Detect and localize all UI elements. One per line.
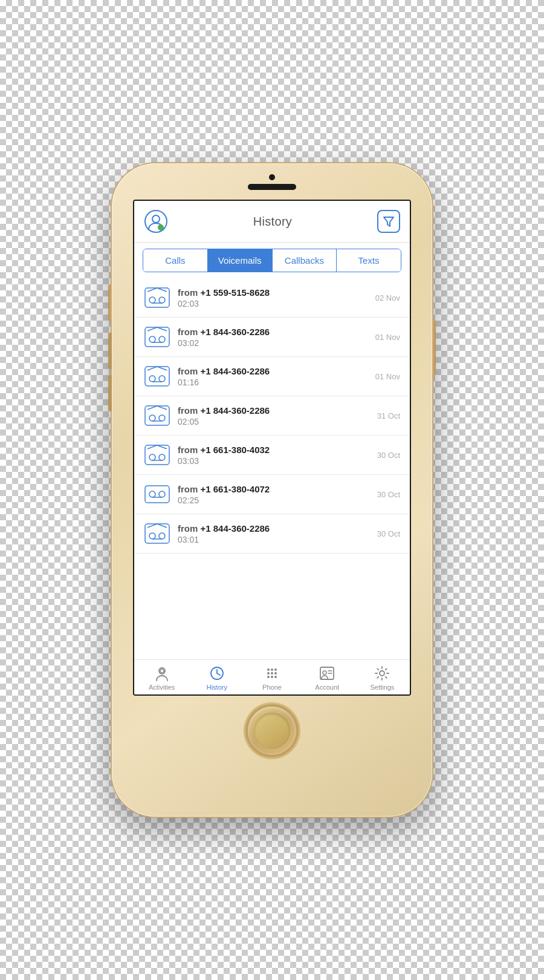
nav-label-settings: Settings [371, 684, 395, 691]
voicemail-duration: 02:05 [178, 417, 370, 426]
svg-point-18 [159, 415, 165, 421]
voicemail-duration: 02:25 [178, 495, 370, 505]
user-avatar-icon [144, 209, 168, 234]
svg-point-30 [159, 533, 165, 539]
page-title: History [253, 215, 292, 229]
svg-point-50 [380, 671, 384, 676]
svg-point-40 [267, 672, 270, 675]
svg-point-41 [271, 672, 273, 675]
voicemail-info: from +1 844-360-2286 03:01 [178, 523, 370, 544]
voicemail-date: 01 Nov [375, 333, 400, 342]
svg-point-13 [149, 376, 155, 382]
voicemail-info: from +1 661-380-4032 03:03 [178, 445, 370, 466]
voicemail-item[interactable]: from +1 844-360-2286 03:01 30 Oct [134, 514, 410, 554]
svg-point-9 [149, 336, 155, 342]
svg-point-29 [149, 533, 155, 539]
voicemail-date: 31 Oct [377, 411, 400, 420]
voicemail-icon [144, 287, 170, 309]
voicemail-date: 30 Oct [377, 490, 400, 499]
nav-item-phone[interactable]: Phone [244, 665, 299, 691]
voicemail-list: from +1 559-515-8628 02:03 02 Nov [134, 278, 410, 659]
tab-voicemails[interactable]: Voicemails [208, 249, 273, 272]
svg-point-38 [271, 668, 273, 671]
svg-point-14 [159, 376, 165, 382]
camera-dot [269, 174, 275, 180]
voicemail-info: from +1 844-360-2286 03:02 [178, 327, 368, 348]
voicemail-icon [144, 326, 170, 348]
voicemail-item[interactable]: from +1 844-360-2286 02:05 31 Oct [134, 396, 410, 436]
nav-item-activities[interactable]: Activities [134, 665, 189, 691]
svg-line-36 [217, 673, 220, 675]
svg-point-1 [152, 215, 160, 223]
voicemail-from: from +1 844-360-2286 [178, 366, 368, 376]
voicemail-icon [144, 444, 170, 466]
svg-point-42 [274, 672, 277, 675]
phone-top [112, 163, 432, 190]
filter-button[interactable] [377, 210, 400, 233]
voicemail-from: from +1 844-360-2286 [178, 523, 370, 534]
voicemail-item[interactable]: from +1 844-360-2286 03:02 01 Nov [134, 318, 410, 357]
nav-label-activities: Activities [149, 684, 175, 691]
voicemail-info: from +1 844-360-2286 02:05 [178, 405, 370, 426]
voicemail-duration: 03:02 [178, 338, 368, 348]
svg-point-33 [160, 669, 164, 673]
svg-point-17 [149, 415, 155, 421]
svg-marker-3 [384, 217, 393, 226]
svg-point-10 [159, 336, 165, 342]
voicemail-icon [144, 365, 170, 387]
voicemail-item[interactable]: from +1 559-515-8628 02:03 02 Nov [134, 278, 410, 318]
voicemail-from: from +1 844-360-2286 [178, 405, 370, 416]
svg-rect-24 [145, 486, 169, 503]
svg-point-6 [159, 297, 165, 303]
tab-calls[interactable]: Calls [143, 249, 208, 272]
voicemail-duration: 03:01 [178, 535, 370, 544]
svg-point-43 [267, 676, 270, 678]
voicemail-date: 01 Nov [375, 372, 400, 381]
voicemail-duration: 02:03 [178, 299, 368, 309]
nav-label-phone: Phone [262, 684, 282, 691]
svg-point-45 [274, 676, 277, 678]
svg-point-21 [149, 454, 155, 460]
voicemail-from: from +1 844-360-2286 [178, 327, 368, 337]
voicemail-icon [144, 523, 170, 544]
svg-point-37 [267, 668, 270, 671]
voicemail-from: from +1 661-380-4032 [178, 445, 370, 455]
svg-point-44 [271, 676, 273, 678]
svg-point-47 [323, 671, 326, 675]
phone-frame: History Calls Voicemails Callbacks Texts [112, 163, 432, 817]
voicemail-info: from +1 661-380-4072 02:25 [178, 484, 370, 505]
voicemail-icon [144, 405, 170, 426]
nav-item-history[interactable]: History [189, 665, 244, 691]
voicemail-from: from +1 661-380-4072 [178, 484, 370, 494]
home-button[interactable] [248, 707, 296, 755]
svg-point-5 [149, 297, 155, 303]
voicemail-info: from +1 559-515-8628 02:03 [178, 287, 368, 309]
voicemail-date: 30 Oct [377, 529, 400, 538]
voicemail-date: 30 Oct [377, 451, 400, 460]
voicemail-item[interactable]: from +1 844-360-2286 01:16 01 Nov [134, 357, 410, 396]
voicemail-item[interactable]: from +1 661-380-4072 02:25 30 Oct [134, 475, 410, 514]
svg-point-2 [158, 224, 164, 230]
voicemail-duration: 01:16 [178, 377, 368, 387]
svg-point-22 [159, 454, 165, 460]
phone-screen: History Calls Voicemails Callbacks Texts [133, 200, 411, 696]
voicemail-from: from +1 559-515-8628 [178, 287, 368, 298]
voicemail-date: 02 Nov [375, 293, 400, 302]
voicemail-duration: 03:03 [178, 456, 370, 466]
app-header: History [134, 201, 410, 243]
tab-callbacks[interactable]: Callbacks [273, 249, 337, 272]
bottom-navigation: Activities History [134, 659, 410, 694]
voicemail-info: from +1 844-360-2286 01:16 [178, 366, 368, 387]
voicemail-item[interactable]: from +1 661-380-4032 03:03 30 Oct [134, 436, 410, 475]
nav-label-history: History [207, 684, 227, 691]
svg-point-25 [149, 491, 155, 497]
nav-label-account: Account [315, 684, 339, 691]
tabs-container: Calls Voicemails Callbacks Texts [143, 249, 401, 272]
voicemail-icon [144, 483, 170, 505]
nav-item-settings[interactable]: Settings [355, 665, 410, 691]
home-button-inner [254, 713, 290, 749]
svg-point-26 [159, 491, 165, 497]
speaker [248, 184, 296, 190]
nav-item-account[interactable]: Account [300, 665, 355, 691]
tab-texts[interactable]: Texts [337, 249, 401, 272]
